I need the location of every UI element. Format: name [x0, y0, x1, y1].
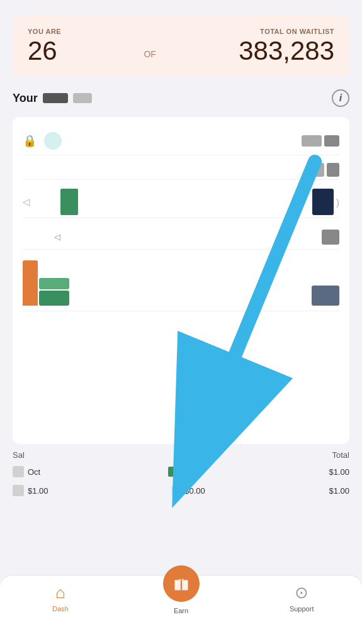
- row1-green-icon: [168, 467, 178, 477]
- table-col1: Sal: [13, 450, 25, 460]
- nav-item-support[interactable]: ⊙ Support: [241, 583, 362, 613]
- bottom-nav: ⌂ Dash Earn ⊙ Support: [0, 575, 362, 644]
- nav-item-earn[interactable]: Earn: [121, 583, 242, 614]
- table-header: Sal 3. Total: [0, 444, 362, 462]
- bar-gray-2: [324, 135, 339, 147]
- chart-row-1: [23, 160, 339, 180]
- row1-icon: [13, 466, 24, 477]
- you-are-number: 26: [28, 38, 61, 64]
- bar-r1: [307, 163, 324, 177]
- green-stacked: [39, 278, 69, 306]
- row1-label: Oct: [28, 467, 40, 477]
- orange-bar-tall: [23, 260, 38, 306]
- row1-col2: $0.00: [168, 467, 201, 477]
- total-number: 383,283: [239, 38, 334, 64]
- svg-rect-4: [180, 580, 181, 583]
- row2-icon: [13, 485, 24, 496]
- table-row-2: $1.00 $0.00 $1.00: [0, 481, 362, 500]
- total-label: TOTAL ON WAITLIST: [260, 28, 334, 35]
- info-icon-label: i: [339, 92, 342, 104]
- chart-right-1: [307, 163, 339, 177]
- svg-rect-2: [180, 582, 181, 591]
- row1-col1: Oct: [13, 466, 40, 477]
- support-label: Support: [290, 605, 314, 613]
- dark-bar: [312, 189, 334, 215]
- left-bars-group: [23, 260, 69, 306]
- table-col3: Total: [332, 450, 349, 460]
- spacer-bar: [322, 230, 339, 245]
- table-row-1: Oct $0.00 $1.00: [0, 462, 362, 481]
- chart-label-2: ◁: [23, 196, 60, 208]
- dash-label: Dash: [52, 605, 69, 613]
- support-icon: ⊙: [295, 583, 308, 602]
- waitlist-position: YOU ARE 26: [28, 28, 61, 64]
- row2-total: $1.00: [329, 486, 349, 496]
- nav-item-dash[interactable]: ⌂ Dash: [0, 583, 121, 613]
- lock-icon: 🔒: [23, 134, 37, 148]
- green-bar: [60, 189, 78, 215]
- earn-label: Earn: [174, 607, 188, 614]
- spacer-row: ◁: [23, 225, 339, 250]
- row2-col1: $1.00: [13, 485, 48, 496]
- blurred-tag2: [73, 93, 92, 103]
- chart-bars-2: [60, 189, 312, 215]
- right-bars: [302, 135, 339, 147]
- you-are-label: YOU ARE: [28, 28, 61, 35]
- row2-gray-icon: [172, 486, 182, 496]
- main-content-card: 🔒 ◁ ) ◁: [13, 117, 349, 444]
- close-paren: ): [336, 197, 339, 208]
- blue-gray-bar: [312, 286, 339, 306]
- bar-gray-1: [302, 135, 322, 147]
- row2-label: $1.00: [28, 486, 48, 496]
- waitlist-total: TOTAL ON WAITLIST 383,283: [239, 28, 334, 64]
- chart-right-2: ): [312, 189, 339, 215]
- chart-row-3: [23, 255, 339, 311]
- lock-row: 🔒: [23, 127, 339, 155]
- row1-total: $1.00: [329, 467, 349, 477]
- chart-row-2: ◁ ): [23, 186, 339, 218]
- waitlist-card: YOU ARE 26 OF TOTAL ON WAITLIST 383,283: [13, 15, 349, 77]
- green-bar-bottom: [39, 291, 69, 306]
- of-label: OF: [139, 49, 161, 64]
- your-text: Your: [13, 92, 38, 105]
- row1-amount: $0.00: [181, 467, 201, 477]
- bar-r2: [327, 163, 339, 177]
- earn-button[interactable]: [163, 565, 200, 602]
- gift-icon: [173, 575, 190, 592]
- home-icon: ⌂: [55, 583, 65, 602]
- your-section-header: Your i: [13, 89, 349, 107]
- table-col2: 3.: [175, 450, 182, 460]
- row2-amount: $0.00: [184, 486, 205, 496]
- row2-col2: $0.00: [172, 486, 205, 496]
- lock-dot: [44, 132, 62, 150]
- spacer-label: ◁: [54, 232, 60, 242]
- blurred-tag1: [43, 93, 68, 103]
- info-icon[interactable]: i: [332, 89, 349, 107]
- green-bar-top: [39, 278, 69, 289]
- right-bar-group: [312, 286, 339, 306]
- your-label: Your: [13, 92, 92, 105]
